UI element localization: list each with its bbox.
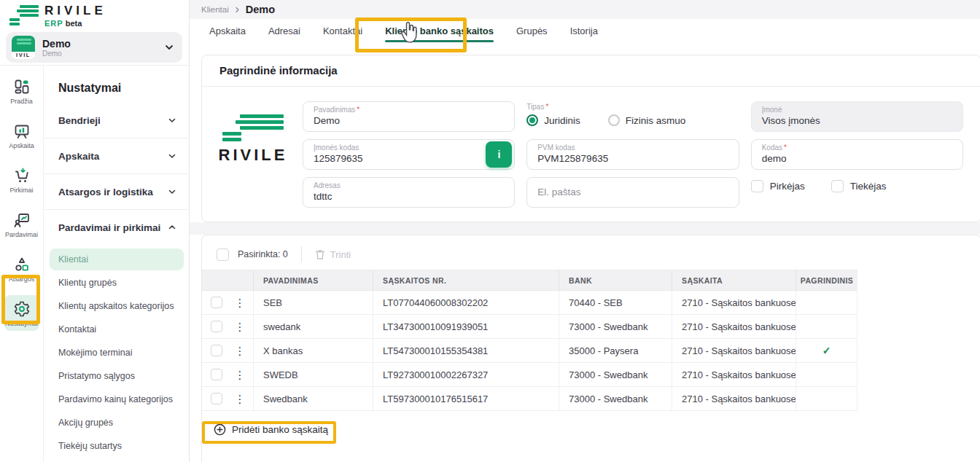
- row-checkbox[interactable]: [211, 393, 222, 404]
- pavadinimas-field[interactable]: Pavadinimas* Demo: [303, 101, 515, 132]
- settings-section-bendrieji[interactable]: Bendrieji: [44, 106, 190, 134]
- table-row: ⋮swedankLT34730001009193905173000 - Swed…: [202, 315, 858, 339]
- row-checkbox[interactable]: [211, 297, 222, 308]
- sales-icon: [13, 211, 31, 229]
- tiekejas-checkbox[interactable]: Tiekėjas: [831, 180, 887, 192]
- rail-item-apskaita[interactable]: Apskaita: [4, 117, 39, 153]
- tab[interactable]: Kontaktai: [323, 19, 362, 43]
- kebab-menu-icon[interactable]: ⋮: [235, 394, 246, 404]
- breadcrumb-chevron-icon: [234, 7, 241, 13]
- settings-submenu-item[interactable]: Pirkėjų sutartys: [50, 458, 184, 462]
- imones-kodas-field[interactable]: Įmonės kodas 125879635 i: [303, 139, 515, 170]
- rail-item-pardavimai[interactable]: Pardavimai: [4, 206, 39, 242]
- field-value: demo: [762, 153, 952, 164]
- settings-section-apskaita[interactable]: Apskaita: [44, 142, 190, 170]
- table-header-cell: SĄSKAITOS NR.: [373, 270, 559, 290]
- kodas-field[interactable]: Kodas* demo: [751, 139, 963, 170]
- tab[interactable]: Adresai: [268, 19, 300, 43]
- settings-menu-title: Nustatymai: [44, 66, 190, 106]
- rail-item-pirkimai[interactable]: Pirkimai: [4, 162, 39, 197]
- bank-cell: 35000 - Paysera: [559, 339, 672, 362]
- dashboard-icon: [13, 78, 31, 95]
- brand-subtitle: ERP beta: [44, 19, 106, 28]
- settings-submenu-item[interactable]: Klientų grupės: [50, 272, 184, 294]
- checkbox-icon: [831, 180, 844, 192]
- divider: [44, 209, 190, 210]
- rail-item-nustatymai[interactable]: Nustatymai: [4, 295, 39, 331]
- el-pastas-field[interactable]: El. paštas: [526, 177, 739, 208]
- sidebar: RIVILE ERP beta IVIL Demo Demo: [0, 0, 190, 462]
- row-checkbox[interactable]: [211, 369, 222, 380]
- table-header-cell: PAGRINDINIS: [796, 270, 858, 290]
- main-info-card: Pagrindinė informacija RIVILE Pavadinima…: [201, 55, 980, 222]
- delete-button[interactable]: Trinti: [315, 249, 351, 260]
- radio-fizinis-asmuo[interactable]: Fizinis asmuo: [608, 114, 686, 126]
- bank-name-cell: SWEDB: [253, 363, 373, 386]
- settings-section-pardavimai-ir-pirkimai[interactable]: Pardavimai ir pirkimai: [44, 214, 190, 241]
- tab[interactable]: Apskaita: [209, 19, 246, 43]
- main-content: Klientai Demo ApskaitaAdresaiKontaktaiKl…: [190, 0, 980, 462]
- row-checkbox[interactable]: [211, 345, 222, 356]
- inventory-shapes-icon: [13, 256, 31, 273]
- adresas-field[interactable]: Adresas tdttc: [303, 177, 515, 208]
- rivile-logo-icon: [9, 4, 39, 27]
- settings-submenu-item[interactable]: Akcijų grupės: [50, 412, 184, 434]
- field-value: PVM125879635: [537, 153, 728, 164]
- company-selector[interactable]: IVIL Demo Demo: [6, 32, 182, 63]
- select-all-checkbox[interactable]: [217, 248, 229, 261]
- info-button[interactable]: i: [486, 141, 512, 168]
- field-label: Tipas*: [526, 103, 739, 111]
- account-number-cell: LT077044060008302202: [373, 291, 559, 314]
- card-header: Pagrindinė informacija: [202, 55, 980, 87]
- settings-submenu-item[interactable]: Pardavimo kainų kategorijos: [50, 388, 184, 410]
- settings-submenu-item[interactable]: Kontaktai: [50, 318, 184, 340]
- bank-cell: 70440 - SEB: [559, 291, 672, 314]
- account-number-cell: LT347300010091939051: [373, 315, 559, 338]
- field-label: Įmonė: [762, 106, 952, 114]
- settings-section-atsargos-ir-logistika[interactable]: Atsargos ir logistika: [44, 178, 190, 205]
- radio-selected-icon: [526, 114, 538, 126]
- bank-name-cell: X bankas: [253, 339, 373, 362]
- table-header-cell: SĄSKAITA: [672, 270, 796, 290]
- tab[interactable]: Kliento banko sąskaitos: [385, 19, 494, 43]
- pagrindinis-cell: [796, 315, 858, 338]
- kebab-menu-icon[interactable]: ⋮: [235, 345, 246, 356]
- settings-submenu: KlientaiKlientų grupėsKlientų apskaitos …: [44, 248, 190, 462]
- rail-label: Nustatymai: [5, 320, 38, 327]
- imone-field[interactable]: Įmonė Visos įmonės: [751, 101, 963, 132]
- rail-label: Pardavimai: [5, 231, 38, 238]
- pvm-kodas-field[interactable]: PVM kodas PVM125879635: [526, 139, 739, 170]
- account-number-cell: LT597300010176515617: [373, 387, 559, 410]
- kebab-menu-icon[interactable]: ⋮: [235, 321, 246, 332]
- settings-submenu-item[interactable]: Tiekėjų sutartys: [50, 435, 184, 457]
- role-checkboxes: Pirkėjas Tiekėjas: [751, 177, 963, 192]
- row-actions-cell: ⋮: [227, 387, 253, 410]
- pirkejas-checkbox[interactable]: Pirkėjas: [751, 180, 805, 192]
- checkbox-icon: [751, 180, 763, 192]
- settings-submenu-item[interactable]: Pristatymo sąlygos: [50, 365, 184, 387]
- settings-submenu-item[interactable]: Klientų apskaitos kategorijos: [50, 295, 184, 317]
- tab[interactable]: Istorija: [570, 19, 598, 43]
- form-column-2: Tipas* Juridinis Fizinis asmuo PVM kodas…: [526, 101, 739, 208]
- client-logo: RIVILE: [215, 101, 291, 208]
- breadcrumb-parent-link[interactable]: Klientai: [201, 5, 229, 14]
- rail-item-atsargos[interactable]: Atsargos: [4, 251, 39, 286]
- add-bank-account-button[interactable]: Pridėti banko sąskaitą: [209, 420, 332, 439]
- settings-submenu-item[interactable]: Klientai: [50, 248, 184, 270]
- rail-label: Atsargos: [9, 275, 35, 283]
- saskaita-cell: 2710 - Sąskaitos bankuose: [672, 339, 796, 362]
- kebab-menu-icon[interactable]: ⋮: [235, 297, 246, 308]
- radio-juridinis[interactable]: Juridinis: [526, 114, 580, 126]
- rail-item-pradzia[interactable]: Pradžia: [4, 73, 39, 109]
- row-checkbox[interactable]: [211, 321, 222, 332]
- kebab-menu-icon[interactable]: ⋮: [235, 369, 246, 380]
- pagrindinis-cell: [796, 387, 858, 410]
- settings-submenu-item[interactable]: Mokėjimo terminai: [50, 342, 184, 364]
- bank-cell: 73000 - Swedbank: [559, 315, 672, 338]
- tab[interactable]: Grupės: [516, 19, 548, 43]
- sidebar-header: RIVILE ERP beta IVIL Demo Demo: [0, 0, 189, 66]
- field-label: Kodas*: [762, 144, 952, 152]
- account-number-cell: LT547300010155354381: [373, 339, 559, 362]
- purchases-cart-icon: [13, 167, 31, 184]
- row-select-cell: [202, 315, 227, 338]
